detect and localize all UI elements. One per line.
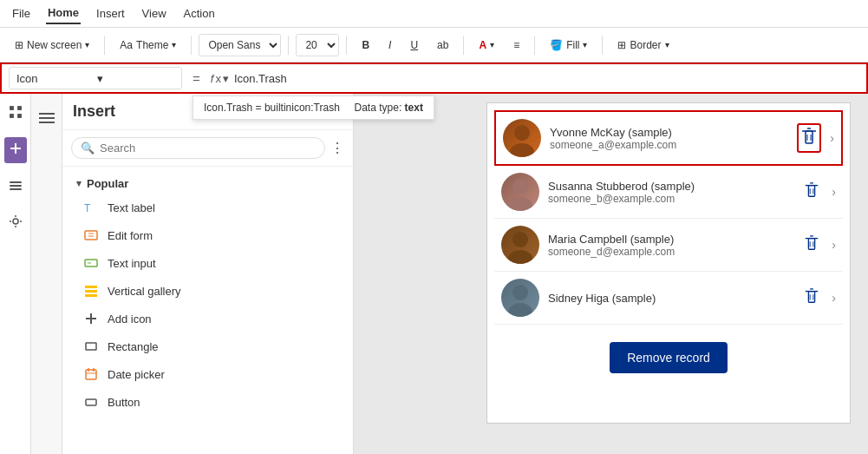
trash-icon[interactable] bbox=[800, 178, 823, 206]
toolbar: ⊞ New screen ▾ Aa Theme ▾ Open Sans 20 B… bbox=[0, 28, 868, 63]
main-layout: Insert ✕ 🔍 ⋮ ▾ Popular T Text label bbox=[0, 94, 868, 454]
record-name: Susanna Stubberod (sample) bbox=[548, 180, 792, 193]
search-input[interactable] bbox=[100, 141, 316, 155]
record-chevron-icon[interactable]: › bbox=[832, 185, 836, 199]
svg-rect-1 bbox=[17, 106, 22, 110]
menu-home[interactable]: Home bbox=[46, 3, 81, 24]
separator-6 bbox=[534, 36, 535, 55]
record-item[interactable]: Susanna Stubberod (sample) someone_b@exa… bbox=[494, 166, 843, 219]
list-item[interactable]: T Text label bbox=[62, 194, 353, 221]
theme-chevron-icon: ▾ bbox=[172, 40, 176, 49]
svg-rect-0 bbox=[10, 106, 14, 110]
edit-form-icon bbox=[83, 227, 99, 243]
align-button[interactable]: ≡ bbox=[506, 35, 527, 56]
text-label-icon: T bbox=[83, 200, 99, 215]
record-chevron-icon[interactable]: › bbox=[832, 238, 836, 252]
app-canvas: Yvonne McKay (sample) someone_a@example.… bbox=[486, 102, 851, 424]
record-email: someone_a@example.com bbox=[550, 139, 788, 151]
list-item[interactable]: Button bbox=[62, 388, 353, 416]
svg-rect-18 bbox=[85, 294, 97, 297]
new-screen-icon: ⊞ bbox=[15, 39, 23, 51]
remove-record-button[interactable]: Remove record bbox=[610, 342, 728, 373]
svg-rect-50 bbox=[809, 292, 815, 303]
category-chevron-icon: ▾ bbox=[76, 178, 82, 189]
svg-rect-16 bbox=[85, 286, 97, 288]
search-row: 🔍 ⋮ bbox=[62, 130, 353, 167]
button-component-icon bbox=[83, 394, 99, 410]
treeview-icon[interactable] bbox=[4, 101, 27, 127]
separator-5 bbox=[463, 36, 464, 55]
underline-button[interactable]: U bbox=[402, 35, 426, 56]
data-icon[interactable] bbox=[4, 174, 27, 200]
list-item[interactable]: Date picker bbox=[62, 360, 353, 388]
svg-point-28 bbox=[510, 143, 534, 157]
svg-point-41 bbox=[512, 232, 528, 247]
add-icon-component-icon bbox=[83, 311, 99, 326]
name-box[interactable]: Icon ▾ bbox=[9, 67, 182, 89]
svg-rect-7 bbox=[10, 185, 22, 187]
font-size-selector[interactable]: 20 bbox=[296, 34, 339, 56]
record-email: someone_d@example.com bbox=[548, 246, 792, 258]
fx-button[interactable]: f x ▾ bbox=[211, 72, 229, 85]
font-color-chevron-icon: ▾ bbox=[490, 40, 494, 49]
insert-panel: Insert ✕ 🔍 ⋮ ▾ Popular T Text label bbox=[62, 94, 354, 454]
svg-rect-2 bbox=[10, 114, 14, 118]
list-item[interactable]: Edit form bbox=[62, 221, 353, 249]
font-color-button[interactable]: A ▾ bbox=[471, 35, 502, 56]
trash-icon[interactable] bbox=[800, 284, 823, 312]
list-item[interactable]: Rectangle bbox=[62, 332, 353, 360]
strikethrough-button[interactable]: ab bbox=[429, 35, 456, 56]
bold-button[interactable]: B bbox=[354, 35, 377, 56]
border-button[interactable]: ⊞ Border ▾ bbox=[610, 35, 676, 56]
records-list: Yvonne McKay (sample) someone_a@example.… bbox=[487, 103, 850, 332]
new-screen-button[interactable]: ⊞ New screen ▾ bbox=[7, 35, 97, 56]
avatar bbox=[501, 279, 539, 317]
separator-4 bbox=[346, 36, 347, 55]
insert-icon[interactable] bbox=[4, 137, 27, 163]
trash-icon[interactable] bbox=[800, 231, 823, 259]
record-item[interactable]: Sidney Higa (sample) › bbox=[494, 272, 843, 325]
hamburger-menu[interactable] bbox=[32, 104, 62, 132]
hamburger-panel bbox=[31, 94, 62, 454]
svg-point-34 bbox=[512, 179, 528, 194]
border-chevron-icon: ▾ bbox=[665, 40, 669, 49]
list-item[interactable]: Vertical gallery bbox=[62, 277, 353, 305]
record-name: Maria Campbell (sample) bbox=[548, 233, 792, 246]
italic-button[interactable]: I bbox=[381, 35, 399, 56]
svg-rect-36 bbox=[809, 186, 815, 197]
formula-tooltip: Icon.Trash = builtinicon:Trash Data type… bbox=[193, 95, 434, 120]
record-item[interactable]: Yvonne McKay (sample) someone_a@example.… bbox=[494, 110, 843, 166]
svg-rect-29 bbox=[806, 131, 813, 143]
trash-icon[interactable] bbox=[797, 123, 821, 153]
record-chevron-icon[interactable]: › bbox=[830, 131, 834, 145]
record-name: Yvonne McKay (sample) bbox=[550, 126, 788, 139]
record-chevron-icon[interactable]: › bbox=[832, 291, 836, 305]
separator-1 bbox=[104, 36, 105, 55]
name-box-chevron-icon: ▾ bbox=[97, 72, 174, 85]
svg-rect-17 bbox=[85, 290, 97, 293]
menu-file[interactable]: File bbox=[10, 3, 32, 23]
more-options-icon[interactable]: ⋮ bbox=[330, 140, 344, 156]
menu-insert[interactable]: Insert bbox=[95, 3, 127, 23]
menu-action[interactable]: Action bbox=[182, 3, 217, 23]
settings-icon[interactable] bbox=[4, 210, 27, 236]
fill-button[interactable]: 🪣 Fill ▾ bbox=[542, 35, 595, 56]
font-color-icon: A bbox=[479, 39, 486, 51]
separator-7 bbox=[602, 36, 603, 55]
menu-bar: File Home Insert View Action bbox=[0, 0, 868, 28]
fx-chevron-icon: ▾ bbox=[223, 72, 229, 85]
svg-rect-8 bbox=[10, 188, 22, 190]
list-item[interactable]: Add icon bbox=[62, 305, 353, 332]
avatar bbox=[501, 173, 539, 211]
font-selector[interactable]: Open Sans bbox=[199, 34, 281, 56]
record-item[interactable]: Maria Campbell (sample) someone_d@exampl… bbox=[494, 219, 843, 272]
category-popular[interactable]: ▾ Popular bbox=[62, 170, 353, 194]
rectangle-icon bbox=[83, 339, 99, 354]
record-info: Maria Campbell (sample) someone_d@exampl… bbox=[548, 233, 792, 258]
record-info: Susanna Stubberod (sample) someone_b@exa… bbox=[548, 180, 792, 205]
svg-rect-6 bbox=[10, 181, 22, 183]
theme-button[interactable]: Aa Theme ▾ bbox=[112, 35, 184, 56]
menu-view[interactable]: View bbox=[140, 3, 168, 23]
list-item[interactable]: Text input bbox=[62, 249, 353, 277]
formula-input[interactable] bbox=[234, 72, 859, 85]
